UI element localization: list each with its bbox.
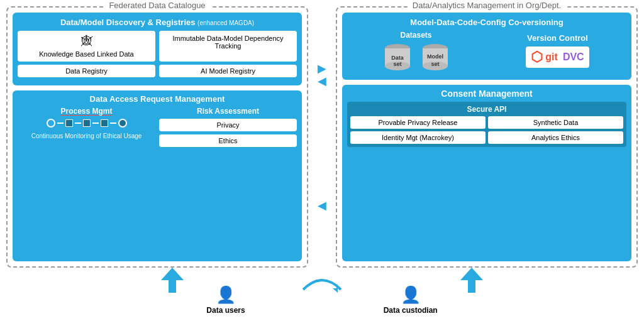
ai-model-registry-cell: AI Model Registry: [159, 65, 297, 77]
flow-circle-1: [47, 119, 55, 128]
datasets-col: Datasets Data set: [347, 31, 485, 70]
coversioning-title: Model-Data-Code-Config Co-versioning: [347, 18, 626, 27]
arrow-top-left: ◀: [318, 75, 326, 87]
data-users-person: 👤 Data users: [206, 285, 245, 315]
arrow-top-right: ▶: [318, 63, 326, 74]
data-users-icon: 👤: [216, 285, 236, 305]
arrow-top: ▶ ◀: [318, 63, 326, 87]
provable-privacy-cell: Provable Privacy Release: [350, 116, 486, 129]
svg-text:Data: Data: [391, 55, 404, 61]
flow-rect-3: [101, 119, 108, 127]
identity-mgt-cell: Identity Mgt (Macrokey): [350, 131, 486, 144]
process-title: Process Mgmt: [60, 107, 112, 116]
flow-line-2: [75, 122, 81, 124]
network-icon: 🕸: [81, 35, 92, 48]
main-container: Federated Data Catalogue Data/Model Disc…: [0, 0, 644, 321]
arrow-bottom: ◀: [318, 200, 326, 211]
monitoring-text: Continuous Monitoring of Ethical Usage: [31, 133, 142, 139]
cylinders-row: Data set Model set: [381, 42, 452, 75]
git-dvc-logos: ⬡ git DVC: [526, 46, 589, 68]
coversioning-box: Model-Data-Code-Config Co-versioning Dat…: [342, 13, 631, 80]
dvc-text: DVC: [563, 52, 584, 63]
consent-title: Consent Management: [347, 89, 626, 99]
data-custodian-person: 👤 Data custodian: [384, 285, 438, 315]
flow-circle-filled: [118, 119, 127, 128]
flow-rect-1: [65, 119, 73, 127]
discovery-title: Data/Model Discovery & Registries (enhan…: [18, 18, 297, 27]
secure-api-title: Secure API: [350, 105, 623, 114]
consent-box: Consent Management Secure API Provable P…: [342, 85, 631, 261]
analytics-ethics-cell: Analytics Ethics: [488, 131, 623, 144]
flow-rect-2: [83, 119, 91, 127]
flow-line-4: [110, 122, 116, 124]
version-col: Version Control ⬡ git DVC: [489, 31, 626, 70]
federated-catalogue: Federated Data Catalogue Data/Model Disc…: [6, 6, 308, 268]
dataset-cylinder-svg: Data set: [381, 42, 414, 75]
discovery-box: Data/Model Discovery & Registries (enhan…: [13, 13, 302, 85]
mid-arrows: ▶ ◀ ◀: [311, 6, 333, 268]
bottom-footer: 👤 Data users 👤 Data custodian: [6, 268, 638, 315]
immutable-tracking-cell: Immutable Data-Model Dependency Tracking: [159, 31, 297, 62]
sections-row: Federated Data Catalogue Data/Model Disc…: [6, 6, 638, 268]
process-flow: [47, 119, 127, 128]
dataset-cylinder: Data set: [381, 42, 414, 75]
registry-row: Data Registry AI Model Registry: [18, 65, 297, 77]
privacy-cell: Privacy: [159, 119, 297, 131]
arrow-bottom-right: ◀: [318, 200, 326, 211]
datasets-label: Datasets: [400, 31, 431, 40]
synthetic-data-cell: Synthetic Data: [488, 116, 623, 129]
version-label: Version Control: [527, 33, 588, 43]
discovery-inner: 🕸 Knowledge Based Linked Data Immutable …: [18, 31, 297, 62]
flow-line-3: [92, 122, 99, 124]
analytics-mgmt-label: Data/Analytics Management in Org/Dept.: [408, 1, 566, 10]
data-access-box: Data Access Request Management Process M…: [13, 90, 302, 261]
process-col: Process Mgmt Continuous Mon: [18, 107, 155, 253]
footer-people: 👤 Data users 👤 Data custodian: [6, 285, 638, 315]
data-users-label: Data users: [206, 306, 245, 315]
secure-api-box: Secure API Provable Privacy Release Synt…: [347, 102, 626, 147]
git-text: git: [545, 52, 558, 63]
data-custodian-icon: 👤: [401, 285, 421, 305]
svg-text:set: set: [393, 61, 401, 67]
ethics-cell: Ethics: [159, 134, 297, 147]
risk-title: Risk Assessment: [159, 107, 297, 116]
access-title: Data Access Request Management: [18, 94, 297, 104]
risk-col: Risk Assessment Privacy Ethics: [159, 107, 297, 253]
svg-text:Model: Model: [427, 53, 443, 60]
git-icon: ⬡: [531, 49, 543, 65]
flow-line-1: [57, 122, 64, 124]
data-custodian-label: Data custodian: [384, 306, 438, 315]
risk-items: Privacy Ethics: [159, 119, 297, 147]
svg-text:set: set: [431, 61, 439, 67]
api-grid: Provable Privacy Release Synthetic Data …: [350, 116, 623, 144]
federated-catalogue-label: Federated Data Catalogue: [104, 1, 210, 10]
kb-linked-data-cell: 🕸 Knowledge Based Linked Data: [18, 31, 155, 62]
modelset-cylinder-svg: Model set: [419, 42, 452, 75]
coversioning-inner: Datasets Data set: [347, 31, 626, 70]
access-inner: Process Mgmt Continuous Mon: [18, 107, 297, 253]
analytics-mgmt: Data/Analytics Management in Org/Dept. M…: [336, 6, 638, 268]
data-registry-cell: Data Registry: [18, 65, 155, 77]
modelset-cylinder: Model set: [419, 42, 452, 75]
